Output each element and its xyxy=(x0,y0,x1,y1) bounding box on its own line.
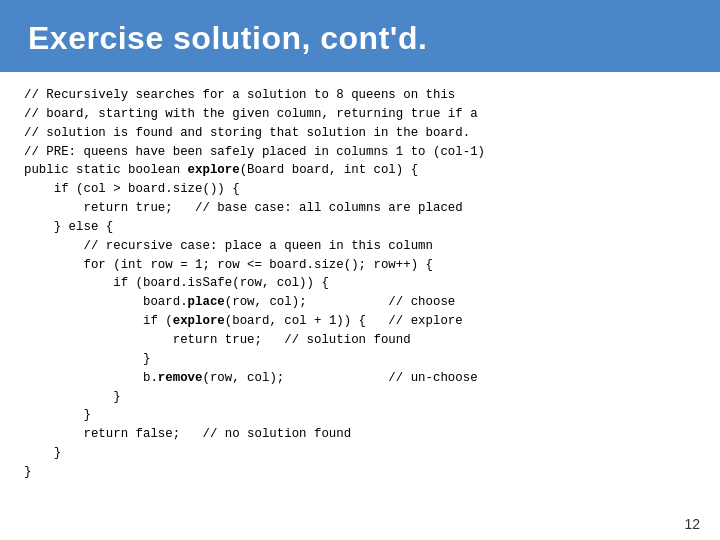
slide-content: // Recursively searches for a solution t… xyxy=(0,72,720,512)
code-line-1: // Recursively searches for a solution t… xyxy=(24,88,485,479)
slide: Exercise solution, cont'd. // Recursivel… xyxy=(0,0,720,540)
slide-header: Exercise solution, cont'd. xyxy=(0,0,720,72)
slide-number: 12 xyxy=(0,512,720,540)
slide-title: Exercise solution, cont'd. xyxy=(28,20,427,57)
code-block: // Recursively searches for a solution t… xyxy=(24,86,696,504)
